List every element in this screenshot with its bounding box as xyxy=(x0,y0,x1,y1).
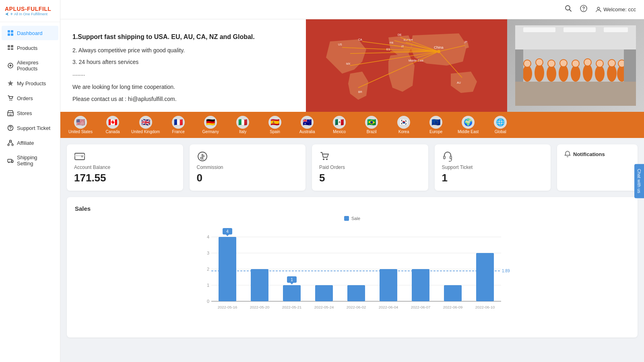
logo-plane-icon xyxy=(5,12,9,16)
stats-cards: Account Balance 171.55 Commission 0 Paid… xyxy=(67,144,551,191)
svg-rect-6 xyxy=(8,48,10,50)
svg-text:JP: JP xyxy=(464,41,468,43)
svg-point-66 xyxy=(559,65,568,82)
svg-text:2: 2 xyxy=(207,267,209,272)
flag-item-europe[interactable]: 🇪🇺 Europe xyxy=(420,114,452,136)
sidebar-item-my-products[interactable]: My Products xyxy=(2,76,58,90)
stat-icon-row xyxy=(197,151,299,162)
sidebar-item-label: Aliexpres Products xyxy=(17,60,53,72)
svg-text:AU: AU xyxy=(457,81,461,84)
sidebar-item-orders[interactable]: Orders xyxy=(2,91,58,105)
sidebar-nav: Dashboard Products Aliexpres Products xyxy=(0,22,60,362)
svg-text:1.89: 1.89 xyxy=(502,269,510,273)
search-icon[interactable] xyxy=(565,5,572,14)
flag-item-canada[interactable]: 🇨🇦 Canada xyxy=(97,114,129,136)
cart-icon xyxy=(319,151,330,162)
stat-icon-row xyxy=(442,151,544,162)
svg-point-60 xyxy=(522,66,532,82)
flag-item-australia[interactable]: 🇦🇺 Australia xyxy=(291,114,323,136)
svg-point-62 xyxy=(535,64,544,82)
stat-icon-row xyxy=(319,151,421,162)
flag-emoji: 🇮🇹 xyxy=(236,116,249,129)
sidebar-item-products[interactable]: Products xyxy=(2,41,58,55)
flag-label: Germany xyxy=(202,130,219,134)
svg-point-10 xyxy=(11,100,12,101)
flag-label: Spain xyxy=(270,130,280,134)
flag-emoji: 🇩🇪 xyxy=(204,116,217,129)
svg-point-68 xyxy=(571,66,580,82)
flag-emoji: 🇺🇸 xyxy=(74,116,87,129)
svg-rect-116 xyxy=(283,285,301,301)
stat-label-account-balance: Account Balance xyxy=(74,165,176,170)
logo-area: APLUS-FULFILL ✈ All In One Fulfillment xyxy=(0,0,60,22)
flag-label: Europe xyxy=(429,130,442,134)
sidebar-item-aliexpress[interactable]: Aliexpres Products xyxy=(2,56,58,76)
flag-emoji: 🇨🇦 xyxy=(106,116,119,129)
flag-emoji: 🌐 xyxy=(494,116,507,129)
flag-item-germany[interactable]: 🇩🇪 Germany xyxy=(194,114,227,136)
svg-text:3: 3 xyxy=(207,251,209,255)
svg-rect-131 xyxy=(476,253,494,301)
svg-rect-0 xyxy=(8,30,10,33)
svg-rect-3 xyxy=(11,33,13,36)
flag-item-mexico[interactable]: 🇲🇽 Mexico xyxy=(323,114,355,136)
flag-label: Brazil xyxy=(367,130,377,134)
help-icon[interactable] xyxy=(580,5,587,14)
flag-emoji: 🇧🇷 xyxy=(365,116,378,129)
banner-line-3: 3. 24 hours afters services xyxy=(72,57,294,67)
flag-emoji: 🇲🇽 xyxy=(333,116,346,129)
sidebar-item-shipping-setting[interactable]: Shipping Setting xyxy=(2,150,58,171)
flag-emoji: 🇦🇺 xyxy=(301,116,314,129)
svg-point-80 xyxy=(548,60,555,67)
my-products-icon xyxy=(7,80,14,86)
svg-rect-88 xyxy=(624,49,636,82)
flag-label: Australia xyxy=(299,130,315,134)
svg-rect-12 xyxy=(9,114,12,116)
svg-rect-59 xyxy=(515,82,636,106)
svg-text:4: 4 xyxy=(226,229,229,234)
flag-label: United States xyxy=(68,130,93,134)
sidebar-item-dashboard[interactable]: Dashboard xyxy=(2,26,58,40)
stat-card-commission: Commission 0 xyxy=(190,144,306,191)
flag-emoji: 🇪🇸 xyxy=(268,116,281,129)
svg-rect-1 xyxy=(11,30,13,33)
svg-rect-127 xyxy=(412,269,429,301)
banner-line-4: ........ xyxy=(72,69,294,79)
sidebar-item-stores[interactable]: Stores xyxy=(2,106,58,120)
world-map-svg: China CA AU JP xyxy=(306,19,507,112)
flag-item-spain[interactable]: 🇪🇸 Spain xyxy=(259,114,291,136)
flag-item-middle-east[interactable]: 🌍 Middle East xyxy=(452,114,484,136)
flag-item-united-kingdom[interactable]: 🇬🇧 United Kingdom xyxy=(129,114,162,136)
sidebar-item-affiliate[interactable]: Affiliate xyxy=(2,136,58,150)
flag-item-global[interactable]: 🌐 Global xyxy=(484,114,516,136)
svg-text:2022-05-20: 2022-05-20 xyxy=(250,305,270,309)
svg-point-85 xyxy=(609,60,615,66)
headset-icon xyxy=(442,151,453,162)
svg-point-23 xyxy=(583,10,584,11)
flag-item-brazil[interactable]: 🇧🇷 Brazil xyxy=(355,114,388,136)
flag-emoji: 🇪🇺 xyxy=(429,116,442,129)
svg-text:FR: FR xyxy=(390,41,393,44)
flag-item-france[interactable]: 🇫🇷 France xyxy=(162,114,194,136)
stat-card-paid-orders: Paid Orders 5 xyxy=(312,144,428,191)
chat-with-us-tab[interactable]: Chat with us xyxy=(634,164,644,198)
flag-item-korea[interactable]: 🇰🇷 Korea xyxy=(388,114,420,136)
svg-rect-2 xyxy=(8,33,10,36)
sidebar-item-label: Products xyxy=(17,45,37,51)
flag-item-italy[interactable]: 🇮🇹 Italy xyxy=(227,114,259,136)
team-photo xyxy=(515,25,636,106)
sidebar-item-label: Affiliate xyxy=(17,140,34,146)
flag-label: Global xyxy=(495,130,506,134)
svg-text:0: 0 xyxy=(207,299,209,304)
sales-chart-card: Sales Sale 012341.892022-05-1642022-05-2… xyxy=(67,197,638,337)
stats-and-notif: Account Balance 171.55 Commission 0 Paid… xyxy=(60,138,644,191)
flag-item-united-states[interactable]: 🇺🇸 United States xyxy=(64,114,97,136)
sidebar-item-label: Dashboard xyxy=(17,30,43,36)
svg-point-82 xyxy=(572,60,579,67)
flag-emoji: 🇫🇷 xyxy=(172,116,185,129)
svg-point-79 xyxy=(536,59,543,66)
user-menu[interactable]: Welcome: ccc xyxy=(595,6,636,13)
svg-point-21 xyxy=(566,6,570,10)
flag-label: France xyxy=(172,130,185,134)
sidebar-item-support-ticket[interactable]: Support Ticket xyxy=(2,121,58,135)
